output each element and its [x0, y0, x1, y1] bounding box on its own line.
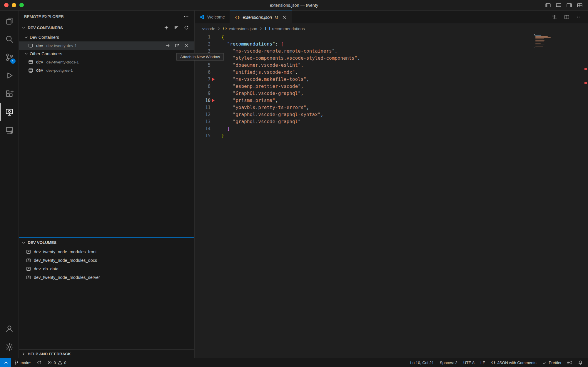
code-line[interactable]: 15} [195, 132, 588, 139]
line-number: 15 [195, 132, 211, 139]
code-line[interactable]: 3 "ms-vscode-remote.remote-containers", [195, 48, 588, 55]
array-icon: [ ] [265, 27, 270, 31]
breadcrumb-item[interactable]: [ ]recommendations [265, 26, 305, 31]
container-name: dev [36, 60, 43, 64]
status-git-branch[interactable]: main* [11, 358, 34, 367]
code-line[interactable]: 13 "graphql.vscode-graphql" [195, 118, 588, 125]
status-bar-right: Ln 10, Col 21Spaces: 2UTF-8LF{}JSON with… [407, 358, 588, 367]
code-line[interactable]: 5 "dbaeumer.vscode-eslint", [195, 62, 588, 69]
status-notifications[interactable] [575, 358, 586, 367]
ellipsis-icon[interactable] [183, 14, 189, 19]
chevron-right-icon [21, 351, 26, 356]
add-icon[interactable] [164, 25, 169, 30]
close-button[interactable] [4, 3, 9, 7]
activity-run-debug[interactable] [0, 66, 19, 85]
activity-source-control[interactable]: 1 [0, 48, 19, 66]
tab-label: Welcome [207, 15, 225, 19]
line-number: 7 [195, 76, 211, 83]
minimap-line [535, 46, 544, 46]
error-icon [47, 360, 52, 365]
minimap[interactable] [534, 34, 560, 48]
tab-bar: Welcome{}extensions.jsonM [195, 11, 588, 24]
dev-containers-header[interactable]: DEV CONTAINERS [19, 22, 194, 33]
list-filter-icon[interactable] [174, 25, 179, 30]
help-feedback-title: HELP AND FEEDBACK [28, 352, 71, 356]
code-line[interactable]: 4 "styled-components.vscode-styled-compo… [195, 55, 588, 62]
bell-icon [578, 360, 583, 365]
code-line[interactable]: 6 "unifiedjs.vscode-mdx", [195, 69, 588, 76]
chevron-right-icon [259, 26, 263, 31]
code-line[interactable]: 7 "ms-vscode.makefile-tools", [195, 76, 588, 83]
volume-row[interactable]: dev_twenty_node_modules_docs [19, 256, 194, 264]
container-description: dev-postgres-1 [46, 68, 73, 73]
breadcrumb-item[interactable]: {}extensions.json [223, 26, 257, 31]
status-text: UTF-8 [463, 361, 475, 365]
line-number: 14 [195, 125, 211, 132]
activity-extensions[interactable] [0, 85, 19, 103]
account-icon [5, 324, 14, 333]
activity-containers[interactable] [0, 121, 19, 139]
toggle-secondary-sidebar-icon[interactable] [566, 2, 572, 8]
line-number: 5 [195, 62, 211, 69]
container-row[interactable]: devdev-twenty-dev-1 [19, 41, 194, 50]
split-editor-icon[interactable] [564, 14, 570, 20]
tab-extensions-json[interactable]: {}extensions.jsonM [230, 11, 292, 24]
status-encoding[interactable]: UTF-8 [460, 358, 477, 367]
open-changes-icon[interactable] [552, 14, 557, 20]
code-line[interactable]: 9 "GraphQL.vscode-graphql", [195, 90, 588, 97]
new-window-icon[interactable] [175, 43, 180, 48]
close-icon[interactable] [282, 15, 287, 20]
zoom-button[interactable] [19, 3, 24, 7]
activity-remote-explorer[interactable] [0, 103, 19, 121]
breadcrumb-item[interactable]: .vscode [201, 26, 215, 31]
status-problems[interactable]: 00 [44, 358, 69, 367]
close-icon[interactable] [184, 43, 189, 48]
code-line[interactable]: 1{ [195, 33, 588, 41]
tab-welcome[interactable]: Welcome [195, 11, 230, 24]
tooltip: Attach in New Window [176, 53, 224, 61]
activity-explorer[interactable] [0, 12, 19, 30]
activity-accounts[interactable] [0, 320, 19, 338]
activity-settings[interactable] [0, 338, 19, 356]
code-line[interactable]: 12 "graphql.vscode-graphql-syntax", [195, 111, 588, 118]
minimap-line [535, 44, 544, 44]
status-bar-left: ><main*00 [0, 358, 69, 367]
volume-row[interactable]: dev_twenty_node_modules_server [19, 273, 194, 281]
status-language-mode[interactable]: {}JSON with Comments [488, 358, 539, 367]
dev-containers-chevron-slot [21, 25, 28, 30]
code-line[interactable]: 8 "esbenp.prettier-vscode", [195, 83, 588, 90]
status-cursor-position[interactable]: Ln 10, Col 21 [407, 358, 437, 367]
container-group-header[interactable]: Dev Containers [19, 33, 194, 41]
status-remote-indicator[interactable]: >< [0, 358, 11, 367]
code-line[interactable]: 11 "yoavbls.pretty-ts-errors", [195, 104, 588, 111]
code-line[interactable]: 10 "prisma.prisma", [195, 97, 588, 104]
status-indentation[interactable]: Spaces: 2 [437, 358, 460, 367]
refresh-icon[interactable] [184, 25, 189, 30]
code-line[interactable]: 2 "recommendations": [ [195, 41, 588, 48]
volume-name: dev_db_data [34, 267, 59, 271]
status-formatter[interactable]: Prettier [539, 358, 564, 367]
toggle-panel-icon[interactable] [556, 2, 562, 8]
status-screencast[interactable] [564, 358, 575, 367]
status-eol[interactable]: LF [477, 358, 488, 367]
volume-row[interactable]: dev_db_data [19, 264, 194, 273]
dev-volumes-header[interactable]: DEV VOLUMES [19, 238, 194, 247]
minimize-button[interactable] [12, 3, 16, 7]
workbench: 1 REMOTE EXPLORER DEV CONTAINERS Dev Con… [0, 11, 588, 358]
toggle-sidebar-icon[interactable] [545, 2, 551, 8]
attach-icon[interactable] [165, 43, 171, 48]
activity-search[interactable] [0, 30, 19, 48]
help-feedback-header[interactable]: HELP AND FEEDBACK [19, 349, 194, 358]
sidebar: REMOTE EXPLORER DEV CONTAINERS Dev Conta… [19, 11, 195, 358]
container-row[interactable]: devdev-twenty-docs-1 [19, 58, 194, 66]
status-sync[interactable] [34, 358, 44, 367]
chevron-down-icon [21, 240, 26, 245]
more-actions-icon[interactable] [576, 14, 582, 20]
code-line[interactable]: 14 ] [195, 125, 588, 132]
minimap-line [535, 38, 544, 38]
minimap-line [534, 35, 541, 36]
customize-layout-icon[interactable] [577, 2, 583, 8]
container-row[interactable]: devdev-postgres-1 [19, 66, 194, 74]
volume-row[interactable]: dev_twenty_node_modules_front [19, 247, 194, 256]
container-group-header[interactable]: Other Containers [19, 50, 194, 58]
